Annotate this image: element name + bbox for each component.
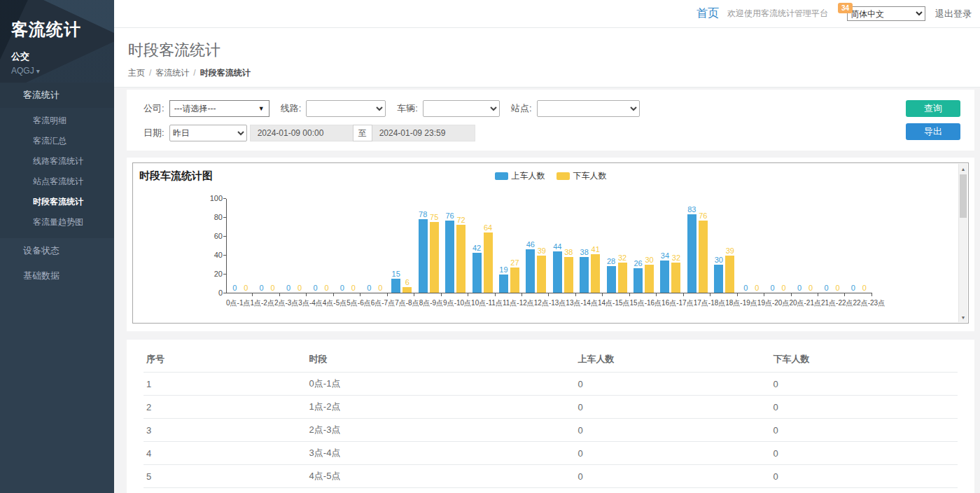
bar-wrap: 0 [322,199,331,293]
scrollbar-up-icon[interactable]: ▲ [959,164,967,174]
bar-wrap: 0 [752,199,762,293]
bar[interactable] [687,214,696,293]
bar-group: 00 [281,199,307,293]
station-select[interactable] [537,100,640,117]
sidebar-item-basic-data[interactable]: 基础数据 [0,263,114,289]
x-axis-label: 8点-9点 [419,298,443,308]
breadcrumb-home[interactable]: 主页 [128,68,145,78]
sidebar-subitem[interactable]: 线路客流统计 [0,151,114,172]
sidebar-subitem[interactable]: 客流量趋势图 [0,212,114,232]
sidebar-subitem[interactable]: 时段客流统计 [0,192,114,212]
bar[interactable] [714,265,723,293]
bar[interactable] [391,279,400,293]
breadcrumb-passenger-stats[interactable]: 客流统计 [155,68,189,78]
bar[interactable] [484,232,493,293]
bar-wrap: 0 [268,199,277,293]
bar[interactable] [499,275,508,293]
breadcrumb: 主页/客流统计/时段客流统计 [128,67,966,79]
bar[interactable] [419,219,428,293]
bar[interactable] [725,256,734,293]
x-axis-label: 0点-1点 [226,298,250,308]
bar-value-label: 32 [672,254,680,262]
bar[interactable] [660,261,669,293]
bar-wrap: 72 [456,199,465,293]
bar[interactable] [402,287,412,293]
station-label: 站点: [511,102,532,115]
notification-badge[interactable]: 34 [838,3,853,13]
data-table: 序号 时段 上车人数 下车人数 10点-1点0021点-2点0032点-3点00… [144,347,958,493]
sidebar-subitem[interactable]: 站点客流统计 [0,172,114,192]
home-link[interactable]: 首页 [696,6,719,21]
sidebar-subitem[interactable]: 客流明细 [0,111,114,131]
table-cell: 0 [575,488,770,493]
x-axis-labels: 0点-1点1点-2点2点-3点3点-4点4点-5点5点-6点6点-7点7点-8点… [226,298,872,308]
sidebar-subitem[interactable]: 客流汇总 [0,131,114,151]
bar[interactable] [537,256,546,293]
sidebar-submenu: 客流明细客流汇总线路客流统计站点客流统计时段客流统计客流量趋势图 [0,108,114,238]
scrollbar-down-icon[interactable]: ▼ [959,312,967,322]
chart-scrollbar[interactable]: ▲ ▼ [958,164,967,322]
query-button[interactable]: 查询 [906,100,960,117]
sidebar: 客流统计 公交 AQGJ▾ 客流统计 客流明细客流汇总线路客流统计站点客流统计时… [0,0,114,493]
date-from-input[interactable]: 2024-01-09 00:00 [250,125,354,141]
x-axis-label: 14点-15点 [598,298,630,308]
language-select[interactable]: 简体中文 [847,6,925,21]
x-axis-label: 23点-24点 [885,298,917,308]
bar-group: 00 [738,199,764,293]
bar[interactable] [472,253,482,293]
table-cell: 5 [144,465,307,488]
bar[interactable] [553,251,562,293]
bar-value-label: 0 [862,284,867,292]
bar-value-label: 0 [743,284,748,292]
bar[interactable] [526,249,535,293]
bar-wrap: 0 [230,199,239,293]
sidebar-item-passenger-stats[interactable]: 客流统计 [0,83,114,108]
bar-wrap: 0 [822,199,831,293]
col-header-index: 序号 [144,347,307,373]
bar-value-label: 32 [618,254,626,262]
date-preset-select[interactable]: 昨日 [169,125,247,141]
scrollbar-thumb[interactable] [960,174,967,218]
bar-value-label: 0 [851,284,855,292]
bar-wrap: 0 [257,199,266,293]
bar[interactable] [445,221,454,293]
bar[interactable] [645,265,654,293]
bar[interactable] [634,268,643,293]
bar[interactable] [456,225,465,293]
user-dropdown[interactable]: AQGJ▾ [11,66,114,76]
chart-plot: 0204060801000000000000001567875767242641… [226,199,872,293]
bar[interactable] [699,221,708,293]
bar[interactable] [591,254,600,293]
x-axis-label: 11点-12点 [503,298,534,308]
table-cell: 0 [770,396,958,419]
export-button[interactable]: 导出 [906,123,960,140]
table-cell: 4 [144,442,307,465]
bar-wrap: 76 [445,199,454,293]
vehicle-select[interactable] [423,100,500,117]
line-select[interactable] [306,100,386,117]
bar[interactable] [607,266,616,293]
bar-wrap: 0 [295,199,304,293]
legend-item-alighting[interactable]: 下车人数 [556,170,607,182]
bar[interactable] [510,268,519,293]
bar-value-label: 0 [367,284,371,292]
x-axis-label: 22点-23点 [853,298,886,308]
bar-wrap: 0 [311,199,320,293]
page-title: 时段客流统计 [128,40,966,61]
legend-item-boarding[interactable]: 上车人数 [495,170,545,182]
date-label: 日期: [144,127,164,139]
bar[interactable] [618,263,627,293]
bar[interactable] [430,222,439,293]
bar-wrap: 15 [391,199,400,293]
bar[interactable] [564,257,573,293]
logout-link[interactable]: 退出登录 [935,8,972,20]
bar-value-label: 42 [472,244,481,252]
bar[interactable] [580,257,589,293]
date-to-input[interactable]: 2024-01-09 23:59 [372,125,475,141]
company-select[interactable]: ---请选择--- ▼ [169,100,270,117]
bar-wrap: 39 [537,199,546,293]
table-cell: 2 [144,396,307,419]
bar-wrap: 0 [779,199,788,293]
bar[interactable] [671,263,680,293]
sidebar-item-device-status[interactable]: 设备状态 [0,238,114,263]
